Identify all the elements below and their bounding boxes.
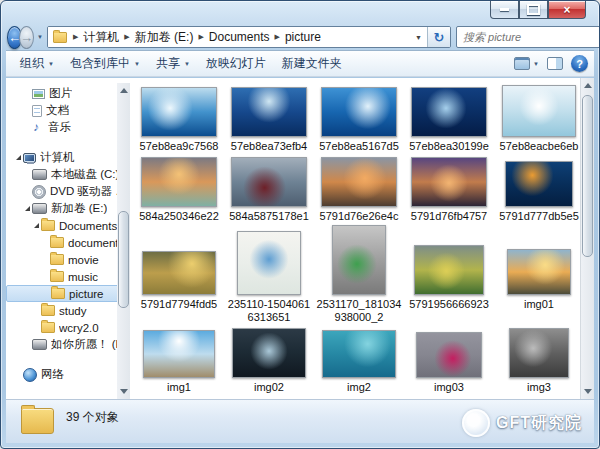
refresh-button[interactable]: ↻ [427, 27, 450, 47]
expand-arrow-icon[interactable] [16, 155, 21, 160]
file-name: 584a250346e22 [139, 210, 219, 223]
file-thumbnail [231, 87, 307, 137]
sidebar-scrollbar-thumb[interactable] [118, 211, 129, 308]
file-name: img03 [434, 381, 464, 394]
toolbar-button-new-folder[interactable]: 新建文件夹 [274, 52, 350, 75]
expand-arrow-icon[interactable] [25, 206, 30, 211]
scroll-down-icon[interactable] [117, 384, 130, 399]
file-name: 5791d76e26e4c [320, 210, 399, 223]
file-item[interactable]: 584a5875178e1 [224, 155, 314, 223]
file-thumbnail [411, 157, 487, 207]
sidebar-group: 图片文档音乐 [6, 85, 130, 136]
thumbnail-wrap [142, 225, 216, 295]
help-button[interactable]: ? [571, 55, 588, 72]
sidebar-item-label: 本地磁盘 (C:) [51, 167, 119, 182]
recent-pages-dropdown[interactable]: ▼ [37, 34, 43, 40]
thumbnail-wrap [507, 225, 571, 295]
file-name: img02 [254, 381, 284, 394]
sidebar-item-volume-e[interactable]: 新加卷 (E:) [6, 200, 130, 217]
toolbar-button-label: 组织 [20, 55, 44, 72]
toolbar-button-include-in-library[interactable]: 包含到库中▼ [62, 52, 148, 75]
breadcrumb-segment[interactable]: 新加卷 (E:) [135, 29, 194, 46]
sidebar-item-folder-documents-upper[interactable]: Documents [6, 217, 130, 234]
scroll-up-icon[interactable] [117, 83, 130, 98]
file-name: 57eb8ea30199e [409, 140, 489, 153]
file-thumbnail [142, 251, 216, 295]
address-bar[interactable]: ▶计算机▶新加卷 (E:)▶Documents▶picture ▼ ↻ [47, 26, 451, 48]
folder-icon [50, 254, 64, 265]
navigation-pane: 图片文档音乐计算机本地磁盘 (C:)DVD 驱动器 (D:)新加卷 (E:)Do… [6, 78, 130, 399]
scroll-down-icon[interactable] [581, 384, 594, 399]
file-item[interactable]: 5791956666923 [404, 225, 494, 324]
toolbar-button-organize[interactable]: 组织▼ [12, 52, 62, 75]
sidebar-item-documents-library[interactable]: 文档 [6, 102, 130, 119]
sidebar-item-pictures-library[interactable]: 图片 [6, 85, 130, 102]
toolbar-button-label: 共享 [156, 55, 180, 72]
sidebar-item-label: movie [68, 254, 99, 266]
thumbnail-wrap [509, 326, 569, 378]
sidebar-item-label: documents [68, 237, 124, 249]
thumbnail-wrap [411, 85, 487, 137]
file-item[interactable]: img02 [224, 326, 314, 394]
toolbar-items: 组织▼包含到库中▼共享▼放映幻灯片新建文件夹 [12, 52, 350, 75]
file-thumbnail [231, 157, 307, 207]
window-controls: × [490, 1, 586, 19]
sidebar-item-label: picture [69, 288, 104, 300]
sidebar-item-folder-movie[interactable]: movie [6, 251, 130, 268]
breadcrumb-segment[interactable]: 计算机 [83, 29, 119, 46]
file-item[interactable]: img1 [134, 326, 224, 394]
file-item[interactable]: 235110-15040616313651 [224, 225, 314, 324]
search-box[interactable] [456, 26, 600, 48]
expand-arrow-icon[interactable] [34, 223, 39, 228]
file-item[interactable]: img2 [314, 326, 404, 394]
file-item[interactable]: 5791d777db5e5 [494, 155, 584, 223]
file-item[interactable]: 57eb8eacbe6eb [494, 85, 584, 153]
forward-button[interactable]: → [19, 26, 34, 49]
drive-icon [32, 203, 47, 214]
file-item[interactable]: 2531170_181034938000_2 [314, 225, 404, 324]
close-button[interactable]: × [548, 1, 586, 19]
thumbnail-wrap [231, 85, 307, 137]
sidebar-item-folder-picture[interactable]: picture [6, 285, 130, 302]
file-item[interactable]: 5791d76e26e4c [314, 155, 404, 223]
sidebar-item-local-disk-c[interactable]: 本地磁盘 (C:) [6, 166, 130, 183]
breadcrumb-segment[interactable]: Documents [209, 30, 270, 44]
sidebar-item-label: 新加卷 (E:) [51, 201, 107, 216]
search-input[interactable] [463, 31, 600, 43]
content-scrollbar[interactable] [580, 78, 594, 399]
drive-icon [32, 339, 47, 350]
maximize-button[interactable] [519, 1, 548, 19]
file-item[interactable]: 57eb8ea73efb4 [224, 85, 314, 153]
file-item[interactable]: 5791d7794fdd5 [134, 225, 224, 324]
address-dropdown[interactable]: ▼ [410, 27, 427, 47]
change-view-button[interactable]: ▼ [514, 57, 539, 70]
sidebar-item-folder-study[interactable]: study [6, 302, 130, 319]
file-item[interactable]: 57eb8ea9c7568 [134, 85, 224, 153]
file-thumbnail [507, 249, 571, 295]
sidebar-item-folder-music[interactable]: music [6, 268, 130, 285]
file-item[interactable]: img3 [494, 326, 584, 394]
file-item[interactable]: 57eb8ea5167d5 [314, 85, 404, 153]
sidebar-item-folder-documents-lower[interactable]: documents [6, 234, 130, 251]
minimize-button[interactable] [490, 1, 519, 19]
file-item[interactable]: img03 [404, 326, 494, 394]
content-scrollbar-thumb[interactable] [582, 95, 593, 257]
file-item[interactable]: 584a250346e22 [134, 155, 224, 223]
thumbnail-wrap [414, 225, 484, 295]
sidebar-item-dvd-drive-d[interactable]: DVD 驱动器 (D:) [6, 183, 130, 200]
sidebar-scrollbar[interactable] [117, 83, 130, 399]
sidebar-item-drive-f[interactable]: 如你所愿！ (F:) [6, 336, 130, 353]
toolbar-button-slide-show[interactable]: 放映幻灯片 [198, 52, 274, 75]
file-item[interactable]: img01 [494, 225, 584, 324]
sidebar-item-network[interactable]: 网络 [6, 366, 130, 383]
sidebar-item-music-library[interactable]: 音乐 [6, 119, 130, 136]
toolbar-button-share-with[interactable]: 共享▼ [148, 52, 198, 75]
sidebar-item-folder-wcry2[interactable]: wcry2.0 [6, 319, 130, 336]
thumbnail-wrap [237, 225, 301, 295]
file-item[interactable]: 5791d76fb4757 [404, 155, 494, 223]
file-item[interactable]: 57eb8ea30199e [404, 85, 494, 153]
breadcrumb-segment[interactable]: picture [285, 30, 321, 44]
preview-pane-button[interactable] [547, 57, 563, 70]
scroll-up-icon[interactable] [581, 78, 594, 93]
sidebar-item-computer[interactable]: 计算机 [6, 149, 130, 166]
